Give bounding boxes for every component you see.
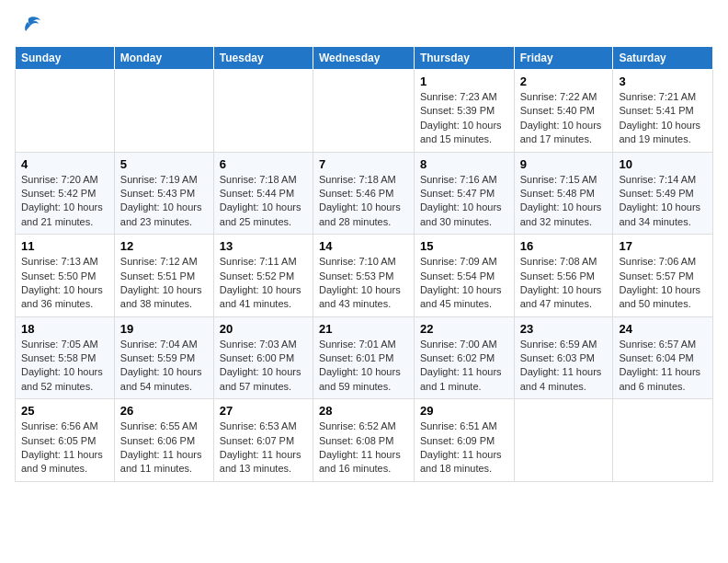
day-number: 26 <box>120 404 208 418</box>
day-info: Sunrise: 7:14 AMSunset: 5:49 PMDaylight:… <box>619 173 707 230</box>
day-number: 22 <box>420 322 508 336</box>
calendar-cell <box>213 70 313 153</box>
calendar-cell: 12Sunrise: 7:12 AMSunset: 5:51 PMDayligh… <box>114 235 213 317</box>
day-number: 2 <box>520 75 608 88</box>
day-number: 17 <box>619 239 707 253</box>
day-number: 3 <box>619 75 707 88</box>
day-number: 21 <box>319 322 408 336</box>
calendar-cell: 4Sunrise: 7:20 AMSunset: 5:42 PMDaylight… <box>16 152 115 235</box>
calendar-cell: 7Sunrise: 7:18 AMSunset: 5:46 PMDaylight… <box>313 152 414 235</box>
day-info: Sunrise: 7:11 AMSunset: 5:52 PMDaylight:… <box>220 255 307 312</box>
day-number: 12 <box>120 239 208 253</box>
day-number: 27 <box>220 404 307 418</box>
day-of-week-header: Friday <box>514 47 613 70</box>
calendar-cell: 18Sunrise: 7:05 AMSunset: 5:58 PMDayligh… <box>16 316 115 399</box>
calendar-cell: 2Sunrise: 7:22 AMSunset: 5:40 PMDaylight… <box>514 70 613 153</box>
day-number: 4 <box>21 157 108 171</box>
day-info: Sunrise: 7:10 AMSunset: 5:53 PMDaylight:… <box>319 255 408 312</box>
calendar-cell: 25Sunrise: 6:56 AMSunset: 6:05 PMDayligh… <box>16 399 115 482</box>
day-number: 7 <box>319 157 408 171</box>
calendar-cell: 21Sunrise: 7:01 AMSunset: 6:01 PMDayligh… <box>313 316 414 399</box>
page-header <box>15 15 713 37</box>
day-info: Sunrise: 7:06 AMSunset: 5:57 PMDaylight:… <box>619 255 707 312</box>
day-info: Sunrise: 7:05 AMSunset: 5:58 PMDaylight:… <box>21 338 108 395</box>
day-info: Sunrise: 7:20 AMSunset: 5:42 PMDaylight:… <box>21 173 108 230</box>
calendar-cell <box>114 70 213 153</box>
calendar-cell <box>613 399 713 482</box>
calendar-cell: 26Sunrise: 6:55 AMSunset: 6:06 PMDayligh… <box>114 399 213 482</box>
calendar-cell <box>514 399 613 482</box>
day-info: Sunrise: 7:03 AMSunset: 6:00 PMDaylight:… <box>220 338 307 395</box>
calendar-cell: 23Sunrise: 6:59 AMSunset: 6:03 PMDayligh… <box>514 316 613 399</box>
calendar-cell <box>313 70 414 153</box>
day-number: 18 <box>21 322 108 336</box>
day-number: 29 <box>420 404 508 418</box>
day-info: Sunrise: 7:08 AMSunset: 5:56 PMDaylight:… <box>520 255 608 312</box>
calendar-week-row: 4Sunrise: 7:20 AMSunset: 5:42 PMDaylight… <box>16 152 713 235</box>
day-number: 14 <box>319 239 408 253</box>
day-number: 19 <box>120 322 208 336</box>
day-number: 6 <box>220 157 307 171</box>
day-info: Sunrise: 7:00 AMSunset: 6:02 PMDaylight:… <box>420 338 508 395</box>
calendar-cell: 9Sunrise: 7:15 AMSunset: 5:48 PMDaylight… <box>514 152 613 235</box>
day-number: 28 <box>319 404 408 418</box>
calendar-cell <box>16 70 115 153</box>
day-number: 20 <box>220 322 307 336</box>
day-info: Sunrise: 7:01 AMSunset: 6:01 PMDaylight:… <box>319 338 408 395</box>
calendar-cell: 28Sunrise: 6:52 AMSunset: 6:08 PMDayligh… <box>313 399 414 482</box>
day-of-week-header: Tuesday <box>213 47 313 70</box>
day-info: Sunrise: 6:57 AMSunset: 6:04 PMDaylight:… <box>619 338 707 395</box>
day-info: Sunrise: 7:23 AMSunset: 5:39 PMDaylight:… <box>420 90 508 147</box>
day-number: 13 <box>220 239 307 253</box>
calendar-cell: 17Sunrise: 7:06 AMSunset: 5:57 PMDayligh… <box>613 235 713 317</box>
day-info: Sunrise: 6:59 AMSunset: 6:03 PMDaylight:… <box>520 338 608 395</box>
day-of-week-header: Monday <box>114 47 213 70</box>
day-info: Sunrise: 7:13 AMSunset: 5:50 PMDaylight:… <box>21 255 108 312</box>
day-of-week-header: Wednesday <box>313 47 414 70</box>
calendar-cell: 13Sunrise: 7:11 AMSunset: 5:52 PMDayligh… <box>213 235 313 317</box>
calendar-cell: 15Sunrise: 7:09 AMSunset: 5:54 PMDayligh… <box>414 235 514 317</box>
day-of-week-header: Sunday <box>16 47 115 70</box>
calendar-cell: 6Sunrise: 7:18 AMSunset: 5:44 PMDaylight… <box>213 152 313 235</box>
day-of-week-header: Thursday <box>414 47 514 70</box>
day-info: Sunrise: 7:22 AMSunset: 5:40 PMDaylight:… <box>520 90 608 147</box>
day-number: 11 <box>21 239 108 253</box>
day-number: 9 <box>520 157 608 171</box>
day-number: 24 <box>619 322 707 336</box>
calendar-cell: 20Sunrise: 7:03 AMSunset: 6:00 PMDayligh… <box>213 316 313 399</box>
calendar-cell: 3Sunrise: 7:21 AMSunset: 5:41 PMDaylight… <box>613 70 713 153</box>
calendar-table: SundayMondayTuesdayWednesdayThursdayFrid… <box>15 46 713 482</box>
calendar-cell: 5Sunrise: 7:19 AMSunset: 5:43 PMDaylight… <box>114 152 213 235</box>
day-info: Sunrise: 7:04 AMSunset: 5:59 PMDaylight:… <box>120 338 208 395</box>
day-of-week-header: Saturday <box>613 47 713 70</box>
day-info: Sunrise: 6:51 AMSunset: 6:09 PMDaylight:… <box>420 419 508 477</box>
logo <box>15 15 46 37</box>
calendar-cell: 10Sunrise: 7:14 AMSunset: 5:49 PMDayligh… <box>613 152 713 235</box>
day-number: 10 <box>619 157 707 171</box>
calendar-cell: 16Sunrise: 7:08 AMSunset: 5:56 PMDayligh… <box>514 235 613 317</box>
day-info: Sunrise: 7:21 AMSunset: 5:41 PMDaylight:… <box>619 90 707 147</box>
calendar-cell: 19Sunrise: 7:04 AMSunset: 5:59 PMDayligh… <box>114 316 213 399</box>
day-info: Sunrise: 7:16 AMSunset: 5:47 PMDaylight:… <box>420 173 508 230</box>
day-info: Sunrise: 6:52 AMSunset: 6:08 PMDaylight:… <box>319 419 408 477</box>
calendar-week-row: 25Sunrise: 6:56 AMSunset: 6:05 PMDayligh… <box>16 399 713 482</box>
day-info: Sunrise: 7:18 AMSunset: 5:46 PMDaylight:… <box>319 173 408 230</box>
day-number: 5 <box>120 157 208 171</box>
day-number: 8 <box>420 157 508 171</box>
day-info: Sunrise: 7:09 AMSunset: 5:54 PMDaylight:… <box>420 255 508 312</box>
day-info: Sunrise: 6:56 AMSunset: 6:05 PMDaylight:… <box>21 419 108 477</box>
calendar-header-row: SundayMondayTuesdayWednesdayThursdayFrid… <box>16 47 713 70</box>
day-number: 1 <box>420 75 508 88</box>
logo-bird-icon <box>15 15 42 37</box>
calendar-cell: 8Sunrise: 7:16 AMSunset: 5:47 PMDaylight… <box>414 152 514 235</box>
calendar-week-row: 1Sunrise: 7:23 AMSunset: 5:39 PMDaylight… <box>16 70 713 153</box>
day-info: Sunrise: 7:18 AMSunset: 5:44 PMDaylight:… <box>220 173 307 230</box>
calendar-cell: 22Sunrise: 7:00 AMSunset: 6:02 PMDayligh… <box>414 316 514 399</box>
calendar-week-row: 18Sunrise: 7:05 AMSunset: 5:58 PMDayligh… <box>16 316 713 399</box>
day-info: Sunrise: 7:15 AMSunset: 5:48 PMDaylight:… <box>520 173 608 230</box>
calendar-week-row: 11Sunrise: 7:13 AMSunset: 5:50 PMDayligh… <box>16 235 713 317</box>
day-info: Sunrise: 6:53 AMSunset: 6:07 PMDaylight:… <box>220 419 307 477</box>
day-info: Sunrise: 7:19 AMSunset: 5:43 PMDaylight:… <box>120 173 208 230</box>
calendar-cell: 27Sunrise: 6:53 AMSunset: 6:07 PMDayligh… <box>213 399 313 482</box>
day-number: 16 <box>520 239 608 253</box>
